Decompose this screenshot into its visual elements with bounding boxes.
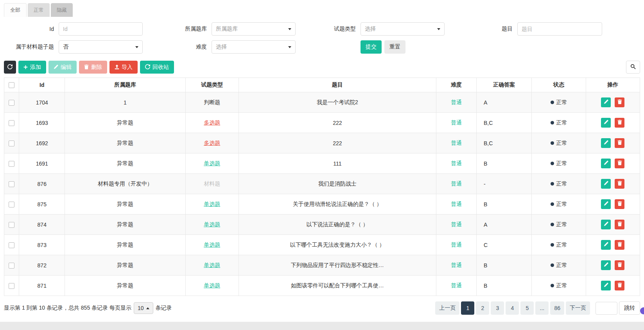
- row-title: 以下说法正确的是？（ ）: [239, 215, 436, 235]
- summary-prefix: 显示第 1 到第 10 条记录，总共 855 条记录 每页显示: [4, 305, 131, 312]
- page-button-2[interactable]: 2: [476, 301, 489, 315]
- row-delete-button[interactable]: [615, 220, 624, 229]
- row-checkbox[interactable]: [9, 283, 14, 289]
- row-id: 871: [19, 276, 65, 296]
- row-difficulty-link[interactable]: 普通: [451, 140, 462, 146]
- row-actions-cell: [586, 194, 640, 215]
- row-status-cell: 正常: [532, 276, 586, 296]
- row-difficulty-link[interactable]: 普通: [451, 160, 462, 166]
- row-checkbox[interactable]: [9, 202, 14, 207]
- row-type-link[interactable]: 材料题: [204, 180, 220, 187]
- row-answer: C: [477, 235, 532, 255]
- row-delete-button[interactable]: [615, 179, 624, 189]
- page-button-4[interactable]: 4: [506, 301, 519, 315]
- bank-filter-select[interactable]: 所属题库: [212, 22, 296, 36]
- reset-button[interactable]: 重置: [384, 40, 405, 54]
- row-difficulty-link[interactable]: 普通: [451, 119, 462, 126]
- jump-page-input[interactable]: [596, 302, 617, 315]
- difficulty-filter-select[interactable]: 选择: [212, 40, 296, 54]
- table-toolbar: 添加 编辑 删除 导入 回收站: [0, 58, 644, 78]
- tab-normal[interactable]: 正常: [28, 3, 50, 17]
- edit-button[interactable]: 编辑: [48, 61, 77, 74]
- row-edit-button[interactable]: [601, 138, 611, 148]
- delete-button[interactable]: 删除: [79, 61, 107, 74]
- id-filter-input[interactable]: [59, 22, 143, 36]
- row-edit-button[interactable]: [601, 220, 611, 229]
- jump-button[interactable]: 跳转: [619, 301, 640, 315]
- material-sub-filter-select[interactable]: 否: [59, 40, 143, 54]
- row-delete-button[interactable]: [615, 159, 624, 168]
- submit-button[interactable]: 提交: [361, 40, 382, 54]
- row-type-link[interactable]: 单选题: [204, 201, 220, 207]
- row-type-link[interactable]: 单选题: [204, 262, 220, 268]
- row-delete-button[interactable]: [615, 281, 624, 290]
- row-type-link[interactable]: 单选题: [204, 282, 220, 289]
- row-checkbox[interactable]: [9, 242, 14, 248]
- row-difficulty-link[interactable]: 普通: [451, 221, 462, 227]
- prev-page-button[interactable]: 上一页: [435, 301, 459, 315]
- row-checkbox[interactable]: [9, 181, 14, 187]
- row-checkbox[interactable]: [9, 222, 14, 228]
- row-status-cell: 正常: [532, 174, 586, 194]
- page-button-5[interactable]: 5: [520, 301, 534, 315]
- page-button-86[interactable]: 86: [550, 301, 564, 315]
- refresh-button[interactable]: [4, 61, 16, 74]
- row-delete-button[interactable]: [615, 138, 624, 148]
- row-checkbox[interactable]: [9, 120, 14, 126]
- row-bank: 异常题: [65, 133, 185, 153]
- row-edit-button[interactable]: [601, 281, 611, 290]
- add-button[interactable]: 添加: [18, 61, 46, 74]
- col-header-type: 试题类型: [185, 78, 239, 92]
- recycle-bin-button[interactable]: 回收站: [140, 61, 174, 74]
- row-difficulty-link[interactable]: 普通: [451, 99, 462, 105]
- row-title: 我们是消防战士: [239, 174, 436, 194]
- row-checkbox[interactable]: [9, 263, 14, 269]
- row-type-link[interactable]: 多选题: [204, 140, 220, 146]
- row-checkbox[interactable]: [9, 161, 14, 167]
- row-type-link[interactable]: 单选题: [204, 242, 220, 248]
- row-difficulty-link[interactable]: 普通: [451, 180, 462, 187]
- page-size-dropdown[interactable]: 10: [134, 302, 153, 314]
- row-type-link[interactable]: 判断题: [204, 99, 220, 105]
- tab-hidden[interactable]: 隐藏: [51, 3, 73, 17]
- row-actions-cell: [586, 133, 640, 153]
- row-edit-button[interactable]: [601, 97, 611, 107]
- row-bank: 异常题: [65, 276, 185, 296]
- row-type-link[interactable]: 单选题: [204, 221, 220, 227]
- row-delete-button[interactable]: [615, 240, 624, 250]
- row-difficulty-cell: 普通: [436, 133, 476, 153]
- row-delete-button[interactable]: [615, 118, 624, 128]
- row-edit-button[interactable]: [601, 260, 611, 270]
- page-button-3[interactable]: 3: [491, 301, 504, 315]
- row-delete-button[interactable]: [615, 97, 624, 107]
- row-edit-button[interactable]: [601, 118, 611, 128]
- row-difficulty-link[interactable]: 普通: [451, 242, 462, 248]
- search-button[interactable]: [626, 61, 640, 74]
- row-status-label: 正常: [556, 201, 567, 208]
- import-button[interactable]: 导入: [109, 61, 138, 74]
- row-type-link[interactable]: 多选题: [204, 119, 220, 126]
- select-all-checkbox[interactable]: [9, 82, 14, 88]
- row-difficulty-link[interactable]: 普通: [451, 282, 462, 289]
- row-edit-button[interactable]: [601, 199, 611, 209]
- row-checkbox[interactable]: [9, 141, 14, 146]
- row-checkbox[interactable]: [9, 100, 14, 106]
- col-header-status: 状态: [532, 78, 586, 92]
- row-delete-button[interactable]: [615, 260, 624, 270]
- type-filter-select[interactable]: 选择: [361, 22, 445, 36]
- row-delete-button[interactable]: [615, 199, 624, 209]
- row-edit-button[interactable]: [601, 159, 611, 168]
- page-button-1[interactable]: 1: [461, 301, 474, 315]
- row-status-cell: 正常: [532, 113, 586, 133]
- title-filter-input[interactable]: [517, 22, 602, 36]
- row-edit-button[interactable]: [601, 240, 611, 250]
- title-filter-label: 题目: [448, 25, 514, 32]
- row-edit-button[interactable]: [601, 179, 611, 189]
- row-difficulty-cell: 普通: [436, 276, 476, 296]
- tab-all[interactable]: 全部: [4, 3, 27, 17]
- pencil-icon: [604, 181, 608, 187]
- next-page-button[interactable]: 下一页: [566, 301, 590, 315]
- row-difficulty-link[interactable]: 普通: [451, 201, 462, 207]
- row-type-link[interactable]: 单选题: [204, 160, 220, 166]
- row-difficulty-link[interactable]: 普通: [451, 262, 462, 268]
